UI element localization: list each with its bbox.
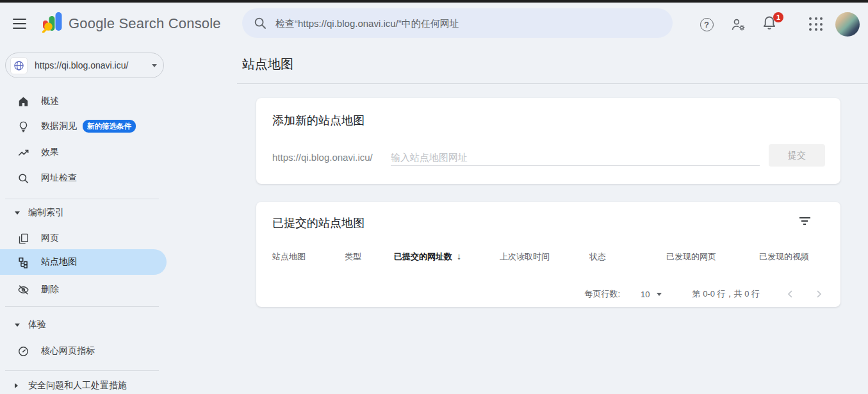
globe-icon: [13, 60, 24, 71]
sidebar-divider: [5, 199, 159, 199]
chevron-left-icon: [785, 288, 796, 300]
sidebar-item-insights[interactable]: 数据洞见新的筛选条件: [0, 113, 167, 139]
menu-icon[interactable]: [13, 17, 28, 30]
col-sitemap[interactable]: 站点地图: [272, 251, 306, 263]
user-gear-icon: [730, 17, 746, 33]
search-input[interactable]: [275, 18, 661, 29]
section-indexing[interactable]: 编制索引: [0, 205, 167, 220]
sidebar-item-removals[interactable]: 删除: [0, 277, 167, 302]
col-submitted-urls[interactable]: 已提交的网址数↓: [394, 251, 461, 263]
top-app-bar: Google Search Console ? 1: [0, 3, 868, 44]
table-header-row: 站点地图 类型 已提交的网址数↓ 上次读取时间 状态 已发现的网页 已发现的视频: [256, 251, 840, 261]
sidebar-item-pages[interactable]: 网页: [0, 226, 167, 251]
page-title: 站点地图: [242, 56, 293, 73]
previous-page-button[interactable]: [783, 286, 798, 302]
avatar[interactable]: [835, 12, 860, 37]
pagination-range: 第 0-0 行，共 0 行: [692, 288, 760, 300]
sidebar-item-url-inspection[interactable]: 网址检查: [0, 165, 167, 191]
lightbulb-icon: [17, 120, 29, 133]
sitemap-icon: [17, 256, 29, 268]
col-type[interactable]: 类型: [345, 251, 361, 263]
trending-up-icon: [17, 146, 29, 159]
submitted-sitemaps-title: 已提交的站点地图: [272, 215, 364, 231]
sidebar: https://qi.blog.onavi.icu/ 概述 数据洞见新的筛选条件…: [0, 44, 168, 394]
chevron-down-icon: [152, 64, 157, 67]
sort-desc-icon: ↓: [457, 251, 461, 261]
user-settings-button[interactable]: [730, 16, 746, 33]
add-sitemap-title: 添加新的站点地图: [272, 113, 364, 128]
section-experience[interactable]: 体验: [0, 317, 167, 332]
sidebar-item-core-web-vitals[interactable]: 核心网页指标: [0, 338, 167, 364]
property-selector[interactable]: https://qi.blog.onavi.icu/: [5, 53, 164, 78]
app-logo[interactable]: Google Search Console: [42, 12, 221, 35]
collapse-triangle-icon: [15, 324, 20, 327]
col-last-read[interactable]: 上次读取时间: [500, 251, 550, 263]
rows-per-page-value[interactable]: 10: [641, 290, 650, 299]
apps-grid-button[interactable]: [809, 17, 823, 31]
chevron-right-icon: [813, 288, 824, 300]
sidebar-divider: [5, 370, 159, 371]
sitemap-url-prefix: https://qi.blog.onavi.icu/: [272, 152, 373, 163]
url-inspection-search-bar[interactable]: [242, 8, 673, 38]
notifications-button[interactable]: 1: [761, 15, 780, 34]
home-icon: [17, 95, 29, 108]
section-security[interactable]: 安全问题和人工处置措施: [0, 378, 167, 393]
help-button[interactable]: ?: [698, 16, 715, 33]
sitemap-url-input[interactable]: [391, 149, 760, 166]
submitted-sitemaps-card: 已提交的站点地图 站点地图 类型 已提交的网址数↓ 上次读取时间 状态 已发现的…: [256, 202, 840, 307]
col-status[interactable]: 状态: [589, 251, 606, 263]
gauge-icon: [17, 345, 29, 357]
sidebar-item-performance[interactable]: 效果: [0, 140, 167, 165]
col-discovered-pages[interactable]: 已发现的网页: [666, 251, 716, 263]
submit-button[interactable]: 提交: [769, 144, 825, 167]
eye-off-icon: [17, 283, 29, 296]
search-icon: [254, 17, 266, 29]
magnifier-icon: [17, 172, 29, 185]
add-sitemap-card: 添加新的站点地图 https://qi.blog.onavi.icu/ 提交: [256, 98, 840, 184]
product-name: Google Search Console: [69, 15, 221, 32]
title-divider: [237, 83, 868, 84]
pages-icon: [17, 232, 29, 245]
property-type-icon: [10, 57, 28, 74]
collapse-triangle-icon: [15, 211, 20, 215]
sidebar-divider: [5, 306, 159, 307]
pagination: 每页行数: 10 第 0-0 行，共 0 行: [584, 286, 826, 302]
search-console-logo-icon: [42, 12, 62, 35]
property-url: https://qi.blog.onavi.icu/: [35, 60, 152, 70]
next-page-button[interactable]: [811, 286, 826, 302]
col-discovered-videos[interactable]: 已发现的视频: [759, 251, 809, 263]
help-icon: ?: [700, 18, 714, 31]
expand-triangle-icon: [15, 383, 18, 388]
notification-count-badge: 1: [773, 12, 783, 22]
new-filter-badge: 新的筛选条件: [83, 120, 136, 133]
rows-per-page-label: 每页行数:: [584, 288, 620, 300]
main-content: 站点地图 添加新的站点地图 https://qi.blog.onavi.icu/…: [168, 44, 868, 394]
sidebar-item-sitemaps[interactable]: 站点地图: [0, 249, 167, 275]
filter-icon[interactable]: [797, 215, 812, 227]
rows-per-page-caret-icon[interactable]: [657, 293, 662, 296]
sidebar-item-overview[interactable]: 概述: [0, 88, 167, 114]
